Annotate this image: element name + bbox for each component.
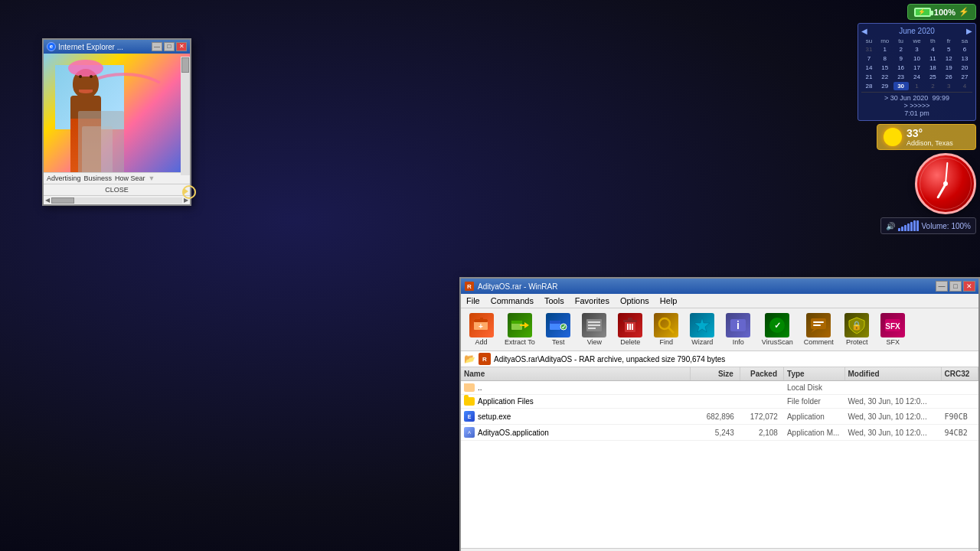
toolbar-delete-button[interactable]: Delete	[613, 311, 648, 348]
cal-day[interactable]: 14	[861, 64, 877, 72]
cal-day[interactable]: 8	[877, 54, 893, 63]
svg-text:SFX: SFX	[886, 322, 901, 331]
cal-day[interactable]: 31	[861, 45, 877, 54]
file-crc-cell	[942, 386, 978, 390]
ie-close-bar[interactable]: CLOSE	[44, 184, 190, 195]
file-name-cell: ..	[461, 381, 691, 394]
calendar-next[interactable]: ▶	[966, 27, 972, 35]
toolbar-extract-button[interactable]: Extract To	[500, 311, 540, 348]
winrar-close-button[interactable]: ✕	[963, 281, 975, 292]
cal-day[interactable]: 1	[910, 82, 925, 90]
winrar-window-controls[interactable]: — □ ✕	[936, 281, 975, 292]
cal-day[interactable]: 27	[957, 73, 972, 81]
calendar-extra2: > >>>>>	[861, 102, 972, 109]
cal-day[interactable]: 4	[925, 45, 940, 54]
col-header-modified[interactable]: Modified	[845, 367, 942, 380]
cal-day[interactable]: 22	[877, 73, 893, 81]
cal-day[interactable]: 6	[957, 45, 972, 54]
cal-day[interactable]: 13	[957, 54, 972, 63]
toolbar-wizard-button[interactable]: Wizard	[685, 311, 720, 348]
table-row[interactable]: Application Files File folder Wed, 30 Ju…	[461, 395, 978, 409]
cal-day[interactable]: 29	[877, 82, 893, 90]
ie-scrollbar-h[interactable]: ◀ ▶	[44, 195, 190, 204]
cal-day[interactable]: 20	[957, 64, 972, 72]
cal-day[interactable]: 21	[861, 73, 877, 81]
cal-day[interactable]: 11	[925, 54, 940, 63]
battery-percent: 100%	[934, 8, 956, 17]
cal-day[interactable]: 28	[861, 82, 877, 90]
toolbar-sfx-button[interactable]: SFX SFX	[876, 311, 910, 348]
menu-commands[interactable]: Commands	[488, 295, 536, 306]
col-header-name[interactable]: Name	[461, 367, 691, 380]
table-row[interactable]: .. Local Disk	[461, 381, 978, 395]
menu-help[interactable]: Help	[658, 295, 680, 306]
winrar-restore-button[interactable]: □	[949, 281, 962, 292]
file-name: setup.exe	[478, 412, 511, 421]
cal-day[interactable]: 2	[925, 82, 940, 90]
winrar-window[interactable]: R AdityaOS.rar - WinRAR — □ ✕ File Comma…	[459, 277, 980, 551]
cal-day[interactable]: 2	[893, 45, 909, 54]
col-header-crc[interactable]: CRC32	[942, 367, 979, 380]
toolbar-info-label: Info	[733, 338, 744, 346]
cal-day[interactable]: 19	[941, 64, 956, 72]
info-icon: i	[726, 313, 750, 337]
col-header-type[interactable]: Type	[784, 367, 844, 380]
table-row[interactable]: A AdityaOS.application 5,243 2,108 Appli…	[461, 425, 978, 441]
toolbar-test-button[interactable]: ✓ Test	[541, 311, 576, 348]
toolbar-view-button[interactable]: View	[577, 311, 612, 348]
cal-day[interactable]: 1	[877, 45, 893, 54]
scroll-left-icon[interactable]: ◀	[45, 197, 50, 204]
calendar-prev[interactable]: ◀	[861, 27, 867, 35]
vol-bar-6	[913, 220, 916, 231]
cal-day[interactable]: 3	[910, 45, 925, 54]
toolbar-virusscan-button[interactable]: ✓ VirusScan	[757, 311, 798, 348]
ie-nav-business[interactable]: Business	[84, 174, 113, 182]
ie-restore-button[interactable]: □	[164, 42, 175, 51]
cal-day[interactable]: 7	[861, 54, 877, 63]
cal-day[interactable]: 26	[941, 73, 956, 81]
col-header-size[interactable]: Size	[691, 367, 740, 380]
cal-day[interactable]: 4	[957, 82, 972, 90]
cal-day[interactable]: 9	[893, 54, 909, 63]
ie-nav-advertising[interactable]: Advertising	[47, 174, 81, 182]
menu-options[interactable]: Options	[618, 295, 652, 306]
cal-day[interactable]: 5	[941, 45, 956, 54]
menu-favorites[interactable]: Favorites	[573, 295, 612, 306]
menu-file[interactable]: File	[464, 295, 482, 306]
col-header-packed[interactable]: Packed	[740, 367, 784, 380]
cal-day[interactable]: 15	[877, 64, 893, 72]
cal-day[interactable]: 23	[893, 73, 909, 81]
table-row[interactable]: E setup.exe 682,896 172,072 Application …	[461, 409, 978, 425]
volume-widget[interactable]: 🔊 Volume: 100%	[880, 217, 977, 234]
winrar-minimize-button[interactable]: —	[936, 281, 948, 292]
toolbar-find-button[interactable]: Find	[649, 311, 684, 348]
ie-window-controls[interactable]: — □ ✕	[152, 42, 187, 51]
menu-tools[interactable]: Tools	[542, 295, 567, 306]
cal-day[interactable]: 16	[893, 64, 909, 72]
ie-close-button[interactable]: ✕	[176, 42, 187, 51]
ie-window[interactable]: e Internet Explorer ... — □ ✕	[42, 38, 191, 206]
toolbar-info-button[interactable]: i Info	[721, 311, 756, 348]
cal-day[interactable]: 24	[910, 73, 925, 81]
ie-minimize-button[interactable]: —	[152, 42, 162, 51]
clock-face	[915, 153, 976, 214]
cal-day-today[interactable]: 30	[893, 82, 909, 90]
cal-day[interactable]: 25	[925, 73, 940, 81]
ie-titlebar[interactable]: e Internet Explorer ... — □ ✕	[44, 40, 190, 54]
svg-marker-8	[524, 322, 529, 328]
battery-widget[interactable]: 100% ⚡	[907, 4, 976, 20]
cal-day[interactable]: 12	[941, 54, 956, 63]
svg-rect-31	[811, 318, 826, 329]
cal-day[interactable]: 18	[925, 64, 940, 72]
ie-nav-howsear[interactable]: How Sear	[115, 174, 145, 182]
cal-day[interactable]: 3	[941, 82, 956, 90]
cal-day[interactable]: 17	[910, 64, 925, 72]
toolbar-comment-button[interactable]: Comment	[799, 311, 838, 348]
cal-day[interactable]: 10	[910, 54, 925, 63]
winrar-titlebar[interactable]: R AdityaOS.rar - WinRAR — □ ✕	[461, 279, 978, 294]
toolbar-protect-button[interactable]: 🔒 Protect	[840, 311, 874, 348]
calendar-widget[interactable]: ◀ June 2020 ▶ su mo tu we th fr sa 31 1 …	[858, 23, 976, 121]
scroll-right-icon[interactable]: ▶	[184, 197, 188, 204]
weather-location: Addison, Texas	[906, 139, 953, 147]
toolbar-add-button[interactable]: + Add	[464, 311, 498, 348]
